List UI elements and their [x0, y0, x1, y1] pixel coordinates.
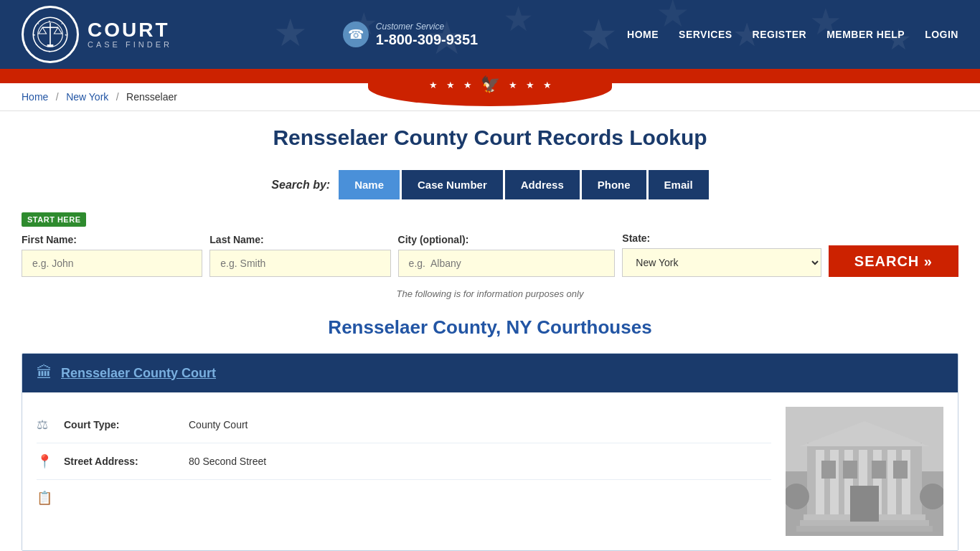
breadcrumb-sep-2: /: [116, 91, 119, 103]
first-name-input[interactable]: [22, 250, 202, 277]
tab-email[interactable]: Email: [649, 170, 709, 199]
star-right-2: ★: [526, 80, 534, 90]
address-icon: 📍: [37, 453, 54, 469]
svg-text:★: ★: [37, 22, 39, 25]
phone-number: 1-800-309-9351: [376, 32, 478, 48]
eagle-icon: 🦅: [481, 75, 500, 94]
svg-rect-38: [872, 461, 886, 479]
nav-services[interactable]: SERVICES: [679, 29, 732, 40]
logo-circle: ★ ★ ★ ★ ★ ★: [22, 6, 79, 63]
tab-phone[interactable]: Phone: [582, 170, 646, 199]
breadcrumb-home-link[interactable]: Home: [22, 91, 48, 103]
customer-service-label: Customer Service: [376, 22, 478, 32]
customer-service: ☎ Customer Service 1-800-309-9351: [343, 22, 478, 48]
county-section-title: Rensselaer County, NY Courthouses: [22, 316, 958, 339]
eagle-banner: ★ ★ ★ 🦅 ★ ★ ★: [368, 69, 612, 106]
svg-text:★: ★: [48, 50, 51, 53]
svg-text:★: ★: [273, 11, 308, 54]
svg-rect-35: [850, 486, 879, 522]
svg-rect-24: [816, 450, 824, 514]
state-select[interactable]: New York Alabama Alaska California Flori…: [622, 248, 821, 277]
svg-text:★: ★: [65, 33, 67, 37]
last-name-label: Last Name:: [209, 234, 390, 245]
svg-rect-36: [821, 461, 836, 479]
search-by-label: Search by:: [271, 179, 330, 192]
breadcrumb-sep-1: /: [56, 91, 59, 103]
phone-icon: ☎: [343, 22, 369, 47]
svg-text:★: ★: [48, 19, 51, 23]
search-form-area: START HERE First Name: Last Name: City (…: [22, 212, 958, 277]
search-form-row: First Name: Last Name: City (optional): …: [22, 232, 958, 277]
svg-text:★: ★: [33, 33, 36, 37]
detail-row-extra: 📋: [37, 480, 771, 516]
court-type-label: Court Type:: [64, 419, 179, 430]
main-nav: HOME SERVICES REGISTER MEMBER HELP LOGIN: [627, 29, 958, 40]
phone-details: Customer Service 1-800-309-9351: [376, 22, 478, 48]
star-right-3: ★: [543, 80, 552, 90]
tab-address[interactable]: Address: [505, 170, 580, 199]
svg-text:★: ★: [503, 0, 534, 38]
court-type-value: County Court: [189, 419, 248, 430]
svg-rect-25: [830, 450, 839, 514]
extra-icon: 📋: [37, 490, 54, 506]
star-left-2: ★: [446, 80, 455, 90]
address-value: 80 Second Street: [189, 456, 266, 467]
logo-case-finder-text: CASE FINDER: [88, 40, 172, 49]
city-group: City (optional):: [398, 234, 616, 277]
site-header: ★ ★ ★ ★ ★ ★ ★ ★ ★ ★ ★ ★: [0, 0, 980, 69]
svg-rect-29: [887, 450, 896, 514]
svg-rect-13: [47, 44, 54, 47]
court-type-icon: ⚖: [37, 417, 54, 433]
main-content: Rensselaer County Court Records Lookup S…: [0, 111, 980, 551]
svg-rect-30: [902, 450, 910, 514]
courthouse-card-header: 🏛 Rensselaer County Court: [22, 354, 958, 392]
nav-register[interactable]: REGISTER: [753, 29, 807, 40]
first-name-label: First Name:: [22, 234, 202, 245]
search-tabs-row: Search by: Name Case Number Address Phon…: [22, 170, 958, 199]
state-label: State:: [622, 232, 821, 244]
search-section: Search by: Name Case Number Address Phon…: [22, 170, 958, 299]
courthouse-building-icon: 🏛: [37, 364, 52, 382]
svg-rect-39: [893, 461, 908, 479]
star-right-1: ★: [509, 80, 517, 90]
detail-row-address: 📍 Street Address: 80 Second Street: [37, 443, 771, 480]
courthouse-card: 🏛 Rensselaer County Court ⚖ Court Type: …: [22, 353, 958, 551]
svg-text:★: ★: [61, 22, 63, 25]
address-label: Street Address:: [64, 456, 179, 467]
nav-home[interactable]: HOME: [627, 29, 659, 40]
breadcrumb-state-link[interactable]: New York: [66, 91, 108, 103]
star-left-1: ★: [429, 80, 438, 90]
city-label: City (optional):: [398, 234, 616, 245]
logo-court-text: COURT: [88, 20, 172, 40]
courthouse-name-link[interactable]: Rensselaer County Court: [61, 366, 216, 381]
state-group: State: New York Alabama Alaska Californi…: [622, 232, 821, 277]
tab-case-number[interactable]: Case Number: [402, 170, 503, 199]
logo-text: COURT CASE FINDER: [88, 20, 172, 49]
last-name-group: Last Name:: [209, 234, 390, 277]
nav-member-help[interactable]: MEMBER HELP: [826, 29, 905, 40]
start-here-badge: START HERE: [22, 212, 86, 227]
svg-text:★: ★: [580, 11, 618, 58]
search-button[interactable]: SEARCH »: [829, 245, 958, 277]
detail-row-court-type: ⚖ Court Type: County Court: [37, 407, 771, 443]
star-left-3: ★: [463, 80, 472, 90]
tab-name[interactable]: Name: [339, 170, 400, 199]
city-input[interactable]: [398, 250, 616, 277]
nav-login[interactable]: LOGIN: [925, 29, 958, 40]
last-name-input[interactable]: [209, 250, 390, 277]
courthouse-image: [786, 407, 943, 536]
logo[interactable]: ★ ★ ★ ★ ★ ★ COURT CASE FINDER: [22, 6, 172, 63]
svg-rect-34: [796, 526, 933, 532]
courthouse-body: ⚖ Court Type: County Court 📍 Street Addr…: [22, 392, 958, 550]
svg-rect-37: [843, 461, 857, 479]
disclaimer-text: The following is for information purpose…: [22, 288, 958, 299]
page-title: Rensselaer County Court Records Lookup: [22, 126, 958, 150]
courthouse-details: ⚖ Court Type: County Court 📍 Street Addr…: [37, 407, 771, 516]
breadcrumb-county: Rensselaer: [126, 91, 177, 103]
first-name-group: First Name:: [22, 234, 202, 277]
